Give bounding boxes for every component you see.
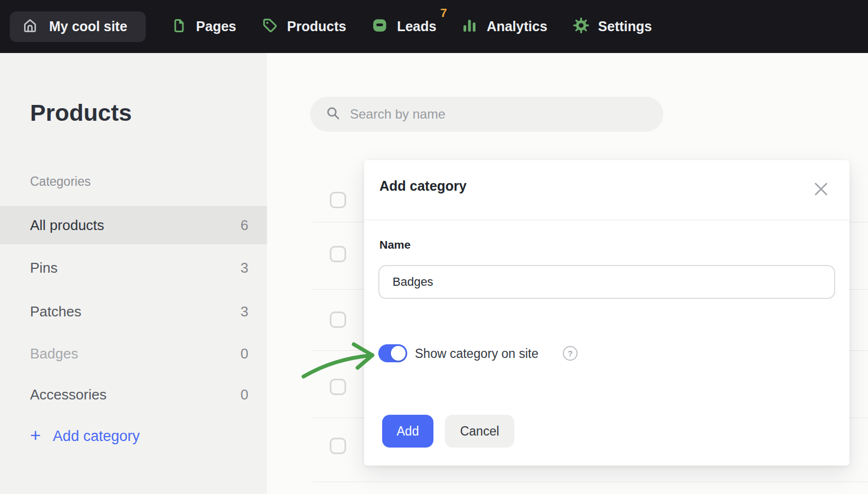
sidebar-item-label: Pins [30, 260, 58, 277]
item-count: 0 [241, 345, 248, 362]
nav-label: Pages [196, 19, 236, 34]
toggle-knob [391, 346, 406, 361]
nav-label: Leads [397, 19, 436, 34]
sidebar-item-label: Patches [30, 303, 81, 320]
bar-chart-icon [461, 17, 478, 36]
nav-label: Analytics [486, 19, 547, 34]
add-category-link[interactable]: + Add category [30, 417, 140, 455]
nav-item-settings[interactable]: Settings [573, 17, 652, 36]
row-checkbox[interactable] [330, 438, 346, 454]
sidebar-item-label: Accessories [30, 386, 106, 403]
add-button[interactable]: Add [382, 415, 433, 448]
sidebar-item-patches[interactable]: Patches 3 [0, 292, 267, 331]
row-checkbox[interactable] [330, 311, 346, 328]
row-checkbox[interactable] [330, 379, 346, 395]
close-icon [813, 181, 829, 197]
item-count: 6 [241, 217, 248, 234]
name-field-label: Name [379, 238, 411, 251]
cancel-button[interactable]: Cancel [445, 415, 514, 448]
page-icon [171, 17, 187, 36]
search-icon [326, 106, 341, 123]
leads-count-badge: 7 [440, 6, 447, 20]
nav-label: Products [287, 19, 346, 34]
item-count: 3 [241, 303, 248, 320]
modal-title: Add category [379, 178, 467, 194]
nav-item-products[interactable]: Products [261, 17, 346, 36]
sidebar-item-all-products[interactable]: All products 6 [0, 206, 267, 244]
sidebar-item-label: Badges [30, 345, 78, 362]
home-icon [22, 17, 38, 36]
gear-icon [573, 17, 590, 36]
help-icon[interactable]: ? [563, 346, 578, 361]
search-input[interactable] [350, 107, 650, 122]
inbox-icon [371, 17, 388, 36]
site-home-button[interactable]: My cool site [10, 11, 146, 42]
search-bar[interactable] [310, 97, 663, 132]
page-title: Products [30, 99, 132, 126]
top-nav: My cool site Pages Products Leads 7 [0, 0, 868, 53]
toggle-label: Show category on site [415, 346, 538, 361]
show-category-toggle[interactable] [378, 344, 407, 362]
site-name: My cool site [49, 19, 127, 34]
plus-icon: + [30, 426, 41, 444]
row-checkbox[interactable] [330, 246, 346, 262]
row-checkbox[interactable] [330, 192, 346, 208]
row-divider [312, 481, 868, 482]
categories-section-label: Categories [30, 174, 91, 189]
sidebar: Products Categories All products 6 Pins … [0, 53, 267, 494]
item-count: 3 [241, 260, 248, 277]
name-field[interactable] [378, 265, 835, 299]
nav-item-analytics[interactable]: Analytics [461, 17, 547, 36]
add-category-label: Add category [53, 428, 140, 445]
nav-item-leads[interactable]: Leads 7 [371, 17, 436, 36]
sidebar-item-badges[interactable]: Badges 0 [0, 334, 267, 373]
item-count: 0 [241, 386, 248, 403]
nav-label: Settings [598, 19, 652, 34]
add-category-modal: Add category Name Show category on site … [364, 160, 849, 466]
sidebar-item-label: All products [30, 217, 104, 234]
modal-header: Add category [364, 160, 849, 220]
tag-icon [261, 17, 278, 36]
sidebar-item-accessories[interactable]: Accessories 0 [0, 375, 267, 414]
close-button[interactable] [812, 180, 830, 198]
nav-item-pages[interactable]: Pages [171, 17, 236, 36]
main-content: Add category Name Show category on site … [267, 53, 868, 494]
sidebar-item-pins[interactable]: Pins 3 [0, 249, 267, 287]
